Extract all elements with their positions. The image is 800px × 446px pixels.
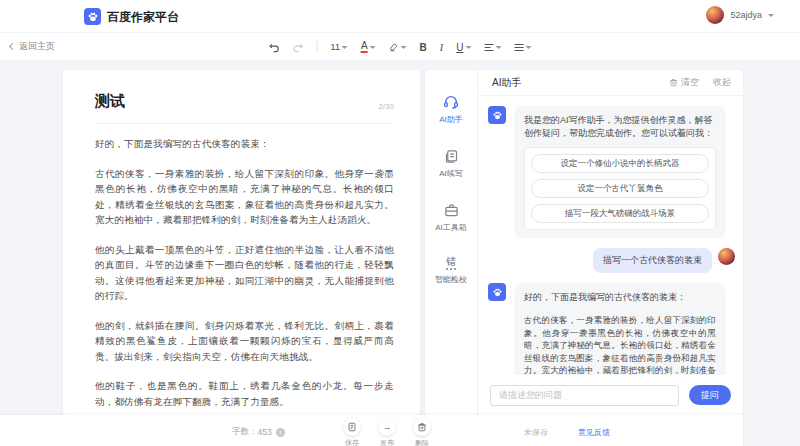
info-icon: i xyxy=(276,428,285,437)
clear-chat-label: 清空 xyxy=(681,76,699,89)
user-message: 描写一个古代侠客的装束 xyxy=(488,248,735,273)
document-body[interactable]: 好的，下面是我编写的古代侠客的装束： 古代的侠客，一身素雅的装扮，给人留下深刻的… xyxy=(95,136,394,415)
word-count: 字数：453 i xyxy=(232,426,285,438)
clear-chat-button[interactable]: 清空 xyxy=(669,76,699,89)
feedback-link[interactable]: 意见反馈 xyxy=(578,427,610,438)
sidebar-item-ai-assistant[interactable]: AI助手 xyxy=(439,94,463,125)
align-icon xyxy=(484,44,493,51)
editor-toolbar-bar: 返回主页 11 A B xyxy=(0,32,800,60)
save-doc-icon xyxy=(343,418,361,436)
bold-button[interactable]: B xyxy=(416,40,431,55)
ai-message: 我是您的AI写作助手，为您提供创作灵感，解答创作疑问，帮助您完成创作。您可以试着… xyxy=(488,106,735,238)
document-paragraph[interactable]: 他的剑，就斜插在腰间。剑身闪烁着寒光，锋利无比。剑柄上，裹着精致的黑色鲨鱼皮，上… xyxy=(95,318,394,365)
user-message-text: 描写一个古代侠客的装束 xyxy=(593,248,712,273)
sidebar-item-proofread[interactable]: 错 智能检校 xyxy=(435,257,467,285)
undo-button[interactable] xyxy=(265,40,284,55)
ai-avatar-paw-icon xyxy=(488,283,506,301)
redo-button[interactable] xyxy=(289,40,308,55)
chevron-down-icon xyxy=(495,46,501,52)
ai-tool-sidebar: AI助手 AI续写 AI工具箱 错 智能检校 xyxy=(425,70,478,415)
font-size-value: 11 xyxy=(331,42,340,52)
ask-button[interactable]: 提问 xyxy=(689,385,731,405)
list-button[interactable] xyxy=(510,41,535,54)
suggestion-weapon[interactable]: 设定一个修仙小说中的长柄武器 xyxy=(531,154,709,173)
save-button[interactable]: 保存 xyxy=(343,418,361,446)
baidu-paw-logo-icon xyxy=(84,8,101,25)
italic-button[interactable]: I xyxy=(436,40,447,55)
save-status: 未保存 xyxy=(524,427,548,438)
document-paragraph[interactable]: 他的鞋子，也是黑色的。鞋面上，绣着几条金色的小龙。每一步走动，都仿佛有龙在脚下翻… xyxy=(95,378,394,409)
toolbar-divider xyxy=(317,41,318,53)
user-menu[interactable]: 52ajdya xyxy=(706,6,774,24)
font-size-select[interactable]: 11 xyxy=(327,40,352,54)
delete-button[interactable]: 删除 xyxy=(413,418,431,446)
ai-intro-text: 我是您的AI写作助手，为您提供创作灵感，解答创作疑问，帮助您完成创作。您可以试着… xyxy=(524,114,716,140)
chat-input-row: 提问 xyxy=(478,375,743,415)
publish-label: 发布 xyxy=(380,438,394,446)
chevron-down-icon xyxy=(401,46,407,52)
ai-message: 好的，下面是我编写的古代侠客的装束： 古代的侠客，一身素雅的装扮，给人留下深刻的… xyxy=(488,283,735,375)
font-color-letter: A xyxy=(361,41,368,53)
delete-trash-icon xyxy=(413,418,431,436)
suggestion-battle-scene[interactable]: 描写一段大气磅礴的战斗场景 xyxy=(531,204,709,223)
word-count-label: 字数： xyxy=(232,426,258,438)
toolbox-icon xyxy=(444,203,459,218)
collapse-label: 收起 xyxy=(713,76,731,89)
chevron-left-icon xyxy=(9,43,16,50)
ai-reply-intro: 好的，下面是我编写的古代侠客的装束： xyxy=(524,291,716,304)
bold-letter: B xyxy=(420,42,427,53)
trash-icon xyxy=(669,78,678,87)
sidebar-item-label: AI工具箱 xyxy=(435,222,467,233)
chevron-down-icon xyxy=(342,46,348,52)
ai-avatar-paw-icon xyxy=(488,106,506,124)
list-icon xyxy=(514,44,523,51)
app-header: 百度作家平台 52ajdya xyxy=(0,0,800,32)
back-home-link[interactable]: 返回主页 xyxy=(10,40,55,53)
user-avatar xyxy=(718,248,735,265)
sidebar-item-ai-toolbox[interactable]: AI工具箱 xyxy=(435,203,467,233)
publish-arrow-icon: → xyxy=(378,418,396,436)
chat-header: AI助手 清空 收起 xyxy=(478,70,743,96)
sidebar-item-label: AI续写 xyxy=(439,168,463,179)
suggestion-card: 设定一个修仙小说中的长柄武器 设定一个古代丫鬟角色 描写一段大气磅礴的战斗场景 xyxy=(524,147,716,230)
chevron-down-icon xyxy=(768,14,774,20)
underline-button[interactable]: U xyxy=(452,40,475,55)
back-home-label: 返回主页 xyxy=(19,40,55,53)
sidebar-item-label: 智能检校 xyxy=(435,274,467,285)
font-color-button[interactable]: A xyxy=(357,39,380,55)
chat-title: AI助手 xyxy=(492,76,521,90)
chevron-down-icon xyxy=(465,46,471,52)
sidebar-item-ai-continue[interactable]: AI续写 xyxy=(439,149,463,179)
document-paragraph[interactable]: 好的，下面是我编写的古代侠客的装束： xyxy=(95,136,394,152)
proofread-icon: 错 xyxy=(446,257,456,270)
collapse-panel-button[interactable]: 收起 xyxy=(713,76,731,89)
document-paragraph[interactable]: 他的头上戴着一顶黑色的斗笠，正好遮住他的半边脸，让人看不清他的真面目。斗笠的边缘… xyxy=(95,242,394,304)
page-title: 百度作家平台 xyxy=(107,9,179,26)
chat-message-list: 我是您的AI写作助手，为您提供创作灵感，解答创作疑问，帮助您完成创作。您可以试着… xyxy=(478,96,743,375)
editor-footer: 字数：453 i 保存 → 发布 删除 未保存 意见反馈 xyxy=(0,415,743,446)
title-divider xyxy=(95,123,394,124)
sidebar-item-label: AI助手 xyxy=(439,114,463,125)
align-button[interactable] xyxy=(480,41,505,54)
italic-letter: I xyxy=(440,42,443,53)
chevron-down-icon xyxy=(525,46,531,52)
ai-chat-panel: AI助手 清空 收起 xyxy=(478,70,743,415)
footer-actions: 保存 → 发布 删除 xyxy=(343,418,431,446)
word-count-value: 453 xyxy=(258,427,272,437)
suggestion-maid-character[interactable]: 设定一个古代丫鬟角色 xyxy=(531,179,709,198)
document-paragraph[interactable]: 古代的侠客，一身素雅的装扮，给人留下深刻的印象。他身穿一袭墨黑色的长袍，仿佛夜空… xyxy=(95,166,394,228)
document-title-input[interactable]: 测试 xyxy=(95,92,125,111)
underline-letter: U xyxy=(456,42,463,53)
document-icon xyxy=(444,149,459,164)
highlight-color-button[interactable] xyxy=(385,40,411,54)
user-avatar xyxy=(706,6,724,24)
title-char-counter: 2/30 xyxy=(378,102,394,111)
ai-reply-body: 古代的侠客，一身素雅的装扮，给人留下深刻的印象。他身穿一袭墨黑色的长袍，仿佛夜空… xyxy=(524,314,716,375)
question-input[interactable] xyxy=(490,385,679,406)
publish-button[interactable]: → 发布 xyxy=(378,418,396,446)
user-name: 52ajdya xyxy=(730,10,762,20)
chevron-down-icon xyxy=(370,46,376,52)
save-label: 保存 xyxy=(345,438,359,446)
document-editor[interactable]: 测试 2/30 好的，下面是我编写的古代侠客的装束： 古代的侠客，一身素雅的装扮… xyxy=(63,70,420,415)
ai-panel: AI助手 AI续写 AI工具箱 错 智能检校 AI助手 xyxy=(425,70,743,415)
